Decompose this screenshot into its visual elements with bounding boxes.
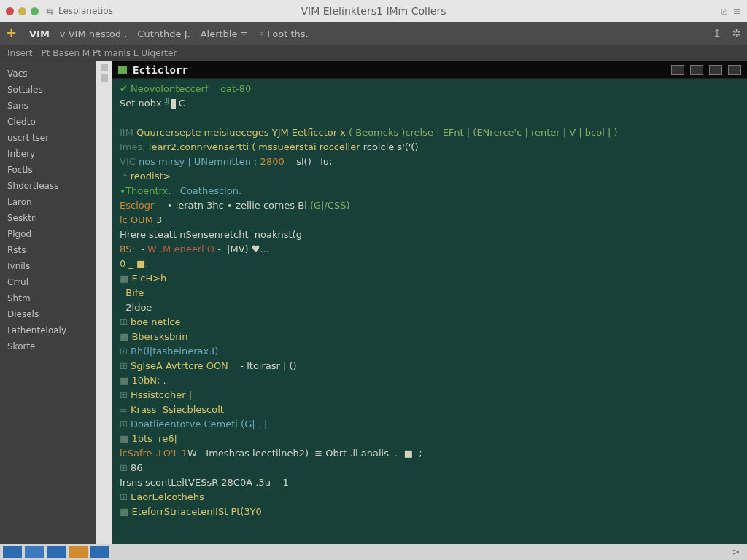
sidebar-item[interactable]: Laron (0, 194, 96, 210)
close-icon[interactable] (6, 7, 14, 15)
maximize-icon[interactable] (31, 7, 39, 15)
toolbar-item[interactable]: v VIM nestod . (60, 28, 127, 39)
toolbar-item[interactable]: ◦ Foot ths. (259, 28, 309, 39)
sidebar-item[interactable]: Sans (0, 98, 96, 114)
editor-gutter (96, 61, 112, 544)
titlebar-action-icon[interactable]: ≡ (733, 6, 741, 17)
taskbar-app-icon[interactable] (3, 546, 22, 558)
titlebar-subtitle: Lesplanetios (58, 6, 113, 16)
sidebar-item[interactable]: Sesktrl (0, 210, 96, 226)
sidebar-item[interactable]: Diesels (0, 306, 96, 322)
toolbar-item[interactable]: Cutnthde J. (137, 28, 190, 39)
tab-strip: Insert Pt Basen M Pt manls L Uigerter (0, 45, 747, 61)
editor-tabbar: Ecticlorr (112, 61, 747, 79)
add-icon[interactable]: + (6, 27, 19, 40)
layout-icon[interactable] (671, 65, 684, 75)
toolbar-item[interactable]: VIM (29, 28, 50, 39)
gutter-mark-icon[interactable] (101, 64, 108, 71)
taskbar-app-icon[interactable] (90, 546, 109, 558)
taskbar-right: > (732, 547, 744, 557)
sidebar-item[interactable]: Inbery (0, 146, 96, 162)
sidebar-item[interactable]: Foctls (0, 162, 96, 178)
sidebar-item[interactable]: Cledto (0, 114, 96, 130)
settings-icon[interactable]: ✲ (732, 27, 741, 40)
sidebar-item[interactable]: uscrt tser (0, 130, 96, 146)
titlebar-action-icon[interactable]: ⎚ (721, 6, 727, 17)
sidebar-item[interactable]: Plgod (0, 226, 96, 242)
tab-insert[interactable]: Insert (7, 48, 32, 58)
sidebar-item[interactable]: Ivnils (0, 258, 96, 274)
sidebar-item[interactable]: Crrul (0, 274, 96, 290)
taskbar-app-icon[interactable] (69, 546, 88, 558)
window-controls[interactable] (6, 7, 39, 15)
sidebar-item[interactable]: Rsts (0, 242, 96, 258)
layout-icon[interactable] (690, 65, 703, 75)
taskbar-app-icon[interactable] (47, 546, 66, 558)
sidebar: Vacs Sottales Sans Cledto uscrt tser Inb… (0, 61, 96, 544)
sidebar-item[interactable]: Shtm (0, 290, 96, 306)
main-area: Vacs Sottales Sans Cledto uscrt tser Inb… (0, 61, 747, 544)
sidebar-item[interactable]: Skorte (0, 338, 96, 354)
gutter-mark-icon[interactable] (101, 74, 108, 82)
window-titlebar: ⇆ Lesplanetios VIM Elelinkters1 IMm Coll… (0, 0, 747, 22)
editor-filename[interactable]: Ecticlorr (133, 64, 188, 76)
minimize-icon[interactable] (18, 7, 26, 15)
layout-icon[interactable] (728, 65, 741, 75)
sidebar-item[interactable]: Shdortleass (0, 178, 96, 194)
file-icon (118, 66, 127, 74)
upload-icon[interactable]: ↥ (713, 27, 722, 40)
editor-pane: Ecticlorr ✔ Neovolonteccerf oat-80Set no… (112, 61, 747, 544)
tab-secondary[interactable]: Pt Basen M Pt manls L Uigerter (41, 48, 177, 58)
code-editor[interactable]: ✔ Neovolonteccerf oat-80Set nobx ╝ C IIM… (112, 79, 747, 544)
toolbar-item[interactable]: Alertble ≡ (201, 28, 249, 39)
taskbar-app-icon[interactable] (25, 546, 44, 558)
sidebar-item[interactable]: Fathenteloaly (0, 322, 96, 338)
titlebar-icon: ⇆ (46, 6, 54, 17)
sidebar-item[interactable]: Sottales (0, 82, 96, 98)
sidebar-item[interactable]: Vacs (0, 66, 96, 82)
main-toolbar: + VIM v VIM nestod . Cutnthde J. Alertbl… (0, 22, 747, 45)
layout-icon[interactable] (709, 65, 722, 75)
os-taskbar: > (0, 544, 747, 560)
